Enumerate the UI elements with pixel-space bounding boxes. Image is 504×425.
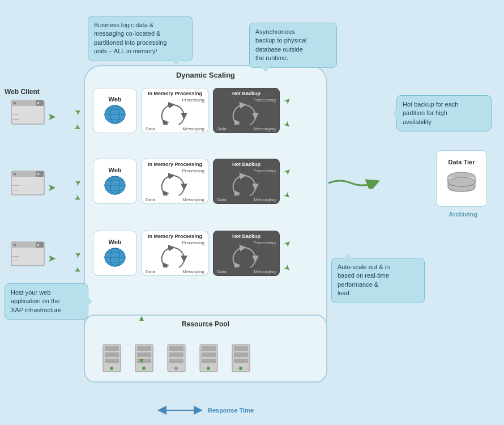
arrow-in-left-1: ➤ bbox=[73, 106, 83, 117]
response-time-arrow-svg bbox=[157, 406, 203, 415]
arrow-up-from-pool: ▲ bbox=[138, 313, 146, 322]
backup-circular-arrows-3 bbox=[227, 245, 261, 267]
server-icon-4 bbox=[199, 343, 219, 373]
callout-asynchronous-text: Asynchronous backup to physical database… bbox=[255, 28, 307, 61]
bk-messaging-label-1: Messaging bbox=[254, 126, 276, 131]
memory-title-1: In Memory Processing bbox=[144, 91, 206, 96]
arrow-in-left-3: ➤ bbox=[73, 249, 83, 260]
svg-point-9 bbox=[14, 173, 16, 176]
svg-rect-44 bbox=[105, 352, 119, 357]
svg-point-56 bbox=[174, 367, 178, 370]
callout-auto-scale: Auto-scale out & in based on real-time p… bbox=[331, 258, 425, 303]
server-icon-3 bbox=[166, 343, 186, 373]
memory-box-3: In Memory Processing Processing Data Mes… bbox=[142, 231, 208, 276]
messaging-label-1: Messaging bbox=[182, 126, 204, 131]
arrow-out-left-1: ➤ bbox=[73, 122, 83, 133]
callout-hot-backup: Hot backup for each partition for high a… bbox=[396, 95, 492, 131]
browser-icon-2: ___ ___ ✕ bbox=[10, 170, 45, 199]
callout-hot-backup-text: Hot backup for each partition for high a… bbox=[403, 101, 458, 125]
svg-text:___: ___ bbox=[12, 186, 19, 190]
arrow-row2-bottom: ➤ bbox=[282, 190, 293, 201]
svg-rect-64 bbox=[234, 352, 248, 357]
arrow-row2-top: ➤ bbox=[282, 165, 293, 177]
server-icon-5 bbox=[231, 343, 251, 373]
web-label-3: Web bbox=[108, 239, 121, 245]
svg-rect-60 bbox=[202, 359, 216, 363]
svg-rect-63 bbox=[234, 346, 248, 351]
callout-business-logic-text: Business logic data & messaging co-locat… bbox=[94, 22, 166, 54]
svg-point-16 bbox=[14, 244, 16, 246]
svg-rect-48 bbox=[137, 346, 151, 351]
backup-box-3: Hot Backup Processing Data Messaging bbox=[213, 231, 280, 276]
arrow-row3-top: ➤ bbox=[282, 237, 293, 249]
svg-text:___: ___ bbox=[12, 110, 19, 115]
callout-business-logic: Business logic data & messaging co-locat… bbox=[88, 16, 193, 61]
main-container: Dynamic Scaling Web In Memory Processing… bbox=[84, 65, 327, 354]
web-label-1: Web bbox=[108, 96, 121, 103]
backup-title-2: Hot Backup bbox=[216, 162, 277, 167]
svg-point-2 bbox=[14, 102, 16, 105]
dynamic-scaling-label: Dynamic Scaling bbox=[176, 71, 235, 79]
database-icon bbox=[445, 170, 479, 198]
arrow-row1-bottom: ➤ bbox=[282, 119, 293, 130]
arrow-out-left-3: ➤ bbox=[73, 265, 83, 276]
svg-text:✕: ✕ bbox=[36, 172, 40, 177]
arrow-to-container-1: ➤ bbox=[48, 110, 56, 123]
svg-point-51 bbox=[142, 367, 146, 370]
response-time-section: Response Time bbox=[84, 406, 327, 415]
svg-text:___: ___ bbox=[12, 257, 19, 261]
svg-rect-59 bbox=[202, 352, 216, 357]
resource-pool-label: Resource Pool bbox=[182, 320, 229, 328]
browser-icon-1: ___ ___ ✕ bbox=[10, 99, 45, 129]
browser-icon-3: ___ ___ ✕ bbox=[10, 241, 45, 270]
backup-box-1: Hot Backup Processing Data Messaging bbox=[213, 88, 280, 133]
archiving-label: Archiving bbox=[449, 211, 477, 218]
svg-rect-54 bbox=[169, 352, 183, 357]
data-label-1: Data bbox=[146, 126, 155, 131]
callout-host-web: Host your web application on the XAP inf… bbox=[5, 283, 88, 320]
backup-box-2: Hot Backup Processing Data Messaging bbox=[213, 159, 280, 204]
memory-diagram-3: Processing Data Messaging bbox=[144, 240, 206, 274]
resource-pool-container: Resource Pool bbox=[84, 314, 327, 382]
web-client-label: Web Client bbox=[5, 88, 40, 96]
arrow-in-left-2: ➤ bbox=[73, 177, 83, 188]
backup-circular-arrows-1 bbox=[227, 102, 261, 125]
globe-svg-2 bbox=[103, 175, 127, 196]
svg-text:___: ___ bbox=[12, 115, 19, 120]
web-box-2: Web bbox=[93, 159, 137, 204]
svg-point-61 bbox=[207, 367, 210, 370]
backup-circular-arrows-2 bbox=[227, 173, 261, 196]
svg-text:___: ___ bbox=[12, 252, 19, 257]
web-box-3: Web bbox=[93, 231, 137, 276]
arrow-out-left-2: ➤ bbox=[73, 193, 83, 204]
backup-diagram-2: Processing Data Messaging bbox=[216, 168, 277, 202]
arrow-to-data-tier bbox=[328, 177, 379, 189]
globe-svg-3 bbox=[103, 246, 127, 268]
backup-title-1: Hot Backup bbox=[216, 91, 277, 96]
web-box-1: Web bbox=[93, 88, 137, 133]
response-time-label: Response Time bbox=[208, 407, 254, 414]
memory-title-3: In Memory Processing bbox=[144, 233, 206, 239]
bk-data-label-1: Data bbox=[217, 126, 227, 131]
backup-title-3: Hot Backup bbox=[216, 233, 277, 239]
memory-diagram-2: Processing Data Messaging bbox=[144, 168, 206, 202]
callout-auto-scale-text: Auto-scale out & in based on real-time p… bbox=[338, 264, 390, 296]
arrow-row3-bottom: ➤ bbox=[282, 262, 293, 274]
circular-arrows-1 bbox=[156, 102, 190, 125]
svg-rect-65 bbox=[234, 359, 248, 363]
svg-point-66 bbox=[239, 367, 242, 370]
server-icon-1 bbox=[102, 343, 122, 373]
svg-rect-45 bbox=[105, 359, 119, 363]
circular-arrows-2 bbox=[156, 173, 190, 196]
callout-host-web-text: Host your web application on the XAP inf… bbox=[11, 289, 61, 313]
svg-rect-55 bbox=[169, 359, 183, 363]
backup-diagram-1: Processing Data Messaging bbox=[216, 97, 277, 131]
svg-point-46 bbox=[110, 367, 113, 370]
arrow-to-container-2: ➤ bbox=[48, 181, 56, 194]
globe-svg-1 bbox=[103, 104, 127, 125]
memory-diagram-1: Processing Data Messaging bbox=[144, 97, 206, 131]
arrow-down-to-pool: ▼ bbox=[138, 356, 146, 365]
memory-box-2: In Memory Processing Processing Data Mes… bbox=[142, 159, 208, 204]
web-label-2: Web bbox=[108, 167, 121, 173]
svg-rect-53 bbox=[169, 346, 183, 351]
